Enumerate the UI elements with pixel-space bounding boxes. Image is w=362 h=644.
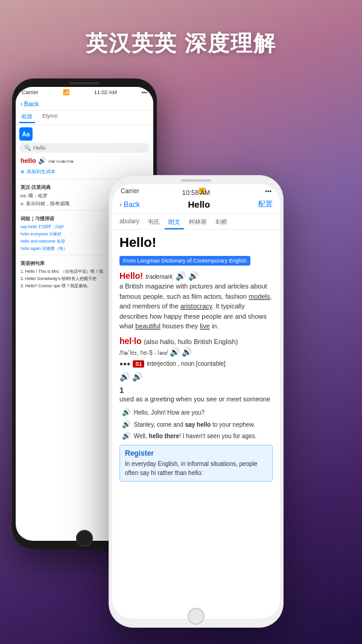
white-entry2-alt: (also hallo, hullo British English) [144, 338, 238, 345]
phone-white: Carrier 📶 10:58 AM ▪▪▪ ‹ Back Hello 配置 a… [109, 175, 284, 628]
white-audio-icon2[interactable]: 🔊 [188, 271, 198, 281]
white-nav-title: Hello [188, 199, 211, 209]
white-tab-cambridge[interactable]: 剑桥 [212, 216, 231, 229]
black-carrier: Carrier [22, 89, 39, 95]
white-entry2: hel·lo (also hallo, hullo British Englis… [119, 336, 273, 482]
black-plus-icon: ⊕ [21, 169, 25, 174]
black-time: 11:02 AM [94, 89, 117, 95]
white-carrier: Carrier [121, 188, 139, 194]
black-phone-home[interactable] [76, 530, 93, 547]
white-tabs: abulary 韦氏 朗文 柯林斯 剑桥 [112, 214, 280, 230]
black-search-icon: 🔍 [24, 145, 31, 151]
white-sense-num: 1 [119, 386, 273, 395]
white-sense1: 1 used as a greeting when you see or mee… [119, 386, 273, 442]
hero-title: 英汉英英 深度理解 [0, 29, 362, 59]
white-pos-badge: S1 [133, 360, 144, 368]
white-entry1-def: a British magazine with pictures and art… [119, 281, 273, 331]
black-search-bar[interactable]: 🔍 Hello [19, 143, 150, 153]
white-entry1-word: Hello! [119, 271, 143, 281]
black-audio-icon[interactable]: 🔊 [38, 157, 46, 164]
white-tab-collins[interactable]: 柯林斯 [185, 216, 211, 229]
white-entry2-audio-row: 🔊 🔊 [119, 371, 273, 382]
white-back-label: Back [124, 200, 140, 209]
black-back-chevron: ‹ [21, 100, 23, 107]
black-nav-bar: ‹ Back [16, 98, 153, 110]
white-tab-langwen[interactable]: 朗文 [165, 216, 184, 229]
white-register-text: In everyday English, in informal situati… [125, 459, 267, 477]
white-bold-hello: hello there [149, 433, 180, 439]
black-tabs: 欧路 Etymo [16, 110, 153, 125]
black-battery-icon: ▪▪▪ [141, 89, 147, 95]
black-status-bar: Carrier 📶 11:02 AM ▪▪▪ [16, 87, 153, 98]
white-nav-bar: ‹ Back Hello 配置 [112, 198, 280, 214]
white-content: Hello! From Longman Dictionary of Contem… [112, 230, 280, 604]
white-audio-icon6[interactable]: 🔊 [132, 372, 142, 381]
white-phone-home[interactable] [188, 608, 205, 625]
white-example-3: 🔊 Well, hello there! I haven't seen you … [119, 431, 273, 441]
white-register-box: Register In everyday English, in informa… [119, 445, 273, 482]
white-bold-sayhello: say hello [185, 421, 211, 428]
black-phonetic: /həˈleɪə//hə [48, 159, 74, 164]
white-pos-dots: ●●● [119, 360, 130, 367]
black-back-button[interactable]: ‹ Back [21, 100, 39, 107]
white-word-title: Hello! [119, 235, 273, 250]
white-audio-icon3[interactable]: 🔊 [170, 347, 180, 357]
white-pos-tags: interjection , noun [countable] [147, 360, 226, 367]
white-tab-vocabulary[interactable]: abulary [116, 216, 143, 229]
white-audio-small[interactable]: 🔊 [122, 408, 131, 416]
white-audio-icon4[interactable]: 🔊 [182, 347, 192, 357]
white-example-1: 🔊 Hello, John! How are you? [119, 407, 273, 418]
white-audio-icon5[interactable]: 🔊 [119, 372, 130, 381]
white-entry2-phonetic: /həˈleɪ, he-$ - ləʊ/ 🔊 🔊 [119, 347, 273, 357]
black-back-label: Back [24, 100, 39, 107]
black-dict-icon: Aa [19, 127, 33, 141]
white-entry1-word-line: Hello! trademark 🔊 🔊 [119, 270, 273, 281]
white-example-2: 🔊 Stanley, come and say hello to your ne… [119, 419, 273, 430]
white-sense-def: used as a greeting when you see or meet … [119, 395, 273, 404]
white-status-bar: Carrier 📶 10:58 AM ▪▪▪ [112, 184, 280, 198]
black-phone-speaker [69, 82, 100, 84]
white-register-title: Register [125, 449, 267, 457]
white-audio-icon1[interactable]: 🔊 [176, 271, 186, 281]
white-tab-weishi[interactable]: 韦氏 [144, 216, 164, 229]
black-word-header: hello 🔊 /həˈleɪə//hə [16, 155, 153, 167]
white-entry2-main: hel·lo [119, 336, 142, 346]
white-entry2-pos: ●●● S1 interjection , noun [countable] [119, 360, 273, 368]
white-time: 10:58 AM [182, 189, 210, 196]
black-tab-oulu[interactable]: 欧路 [19, 112, 35, 123]
white-back-chevron: ‹ [119, 200, 122, 209]
white-nav-action[interactable]: 配置 [258, 199, 273, 209]
black-add-label: 添加到生词本 [27, 168, 56, 175]
white-phone-speaker [181, 179, 211, 182]
white-back-button[interactable]: ‹ Back [119, 200, 140, 209]
white-phone-screen: Carrier 📶 10:58 AM ▪▪▪ ‹ Back Hello 配置 a… [112, 184, 280, 619]
white-battery: ▪▪▪ [265, 188, 272, 194]
black-search-value: Hello [33, 145, 46, 151]
white-entry2-word-line: hel·lo (also hallo, hullo British Englis… [119, 336, 273, 346]
black-tab-etymo[interactable]: Etymo [40, 112, 60, 123]
white-audio-small2[interactable]: 🔊 [122, 420, 131, 429]
white-audio-small3[interactable]: 🔊 [122, 432, 131, 440]
white-entry1: Hello! trademark 🔊 🔊 a British magazine … [119, 270, 273, 331]
black-word-main: hello [21, 157, 36, 164]
white-entry1-trademark: trademark [145, 273, 173, 280]
white-from-source: From Longman Dictionary of Contemporary … [119, 256, 250, 266]
black-wifi-icon: 📶 [63, 89, 69, 95]
